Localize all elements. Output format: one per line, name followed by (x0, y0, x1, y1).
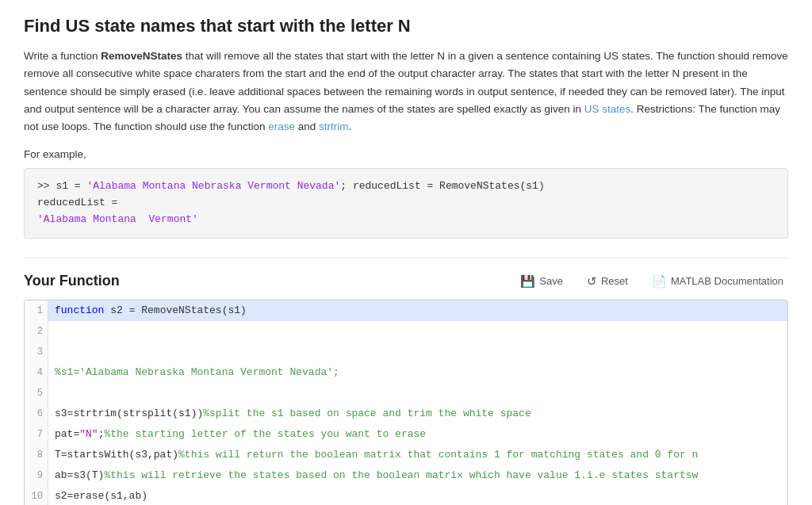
page-title: Find US state names that start with the … (24, 16, 788, 36)
editor-line-7: 7 pat="N";%the starting letter of the st… (25, 424, 787, 445)
strtrim-link[interactable]: strtrim (319, 121, 349, 132)
editor-line-9: 9 ab=s3(T)%this will retrieve the states… (25, 465, 787, 486)
line-num-8: 8 (25, 445, 48, 465)
example-line-1: >> s1 = 'Alabama Montana Nebraska Vermon… (37, 178, 775, 195)
us-states-link[interactable]: US states (584, 103, 631, 115)
reset-button[interactable]: ↺ Reset (582, 271, 633, 292)
line-content-8: T=startsWith(s3,pat)%this will return th… (48, 445, 787, 465)
line-num-1: 1 (25, 300, 48, 321)
your-function-section-header: Your Function 💾 Save ↺ Reset 📄 MATLAB Do… (24, 271, 788, 292)
editor-line-6: 6 s3=strtrim(strsplit(s1))%split the s1 … (25, 404, 787, 424)
erase-link[interactable]: erase (268, 121, 295, 132)
editor-line-3: 3 (25, 342, 787, 362)
line-content-9: ab=s3(T)%this will retrieve the states b… (48, 465, 787, 486)
line-num-10: 10 (25, 486, 48, 505)
for-example-label: For example, (24, 148, 788, 160)
editor-line-1: 1 function s2 = RemoveNStates(s1) (25, 300, 787, 321)
example-code-block: >> s1 = 'Alabama Montana Nebraska Vermon… (24, 168, 788, 238)
line-num-4: 4 (25, 362, 48, 383)
line-num-2: 2 (25, 321, 48, 342)
matlab-docs-button[interactable]: 📄 MATLAB Documentation (647, 271, 788, 292)
section-divider (24, 258, 788, 258)
line-content-2 (48, 321, 787, 324)
matlab-docs-label: MATLAB Documentation (671, 275, 783, 287)
function-name-bold: RemoveNStates (101, 50, 182, 62)
line-content-5 (48, 383, 787, 386)
line-num-6: 6 (25, 404, 48, 424)
line-num-3: 3 (25, 342, 48, 362)
save-label: Save (539, 275, 563, 287)
line-num-5: 5 (25, 383, 48, 404)
example-line-3: 'Alabama Montana Vermont' (37, 212, 775, 228)
reset-icon: ↺ (587, 274, 597, 289)
editor-line-5: 5 (25, 383, 787, 404)
line-content-4: %s1='Alabama Nebraska Montana Vermont Ne… (48, 362, 787, 383)
editor-line-4: 4 %s1='Alabama Nebraska Montana Vermont … (25, 362, 787, 383)
line-num-9: 9 (25, 465, 48, 486)
your-function-title: Your Function (24, 273, 120, 289)
example-line-2: reducedList = (37, 195, 775, 212)
line-content-7: pat="N";%the starting letter of the stat… (48, 424, 787, 445)
code-editor[interactable]: 1 function s2 = RemoveNStates(s1) 2 3 4 … (24, 300, 788, 505)
line-num-7: 7 (25, 424, 48, 445)
line-content-1: function s2 = RemoveNStates(s1) (48, 300, 787, 321)
line-content-6: s3=strtrim(strsplit(s1))%split the s1 ba… (48, 404, 787, 424)
save-icon: 💾 (520, 274, 535, 289)
line-content-10: s2=erase(s1,ab) (48, 486, 787, 505)
line-content-3 (48, 342, 787, 345)
matlab-docs-icon: 📄 (652, 274, 667, 289)
editor-line-8: 8 T=startsWith(s3,pat)%this will return … (25, 445, 787, 465)
toolbar: 💾 Save ↺ Reset 📄 MATLAB Documentation (515, 271, 788, 292)
editor-line-2: 2 (25, 321, 787, 342)
editor-line-10: 10 s2=erase(s1,ab) (25, 486, 787, 505)
reset-label: Reset (601, 275, 628, 287)
save-button[interactable]: 💾 Save (515, 271, 568, 292)
description: Write a function RemoveNStates that will… (24, 48, 788, 136)
